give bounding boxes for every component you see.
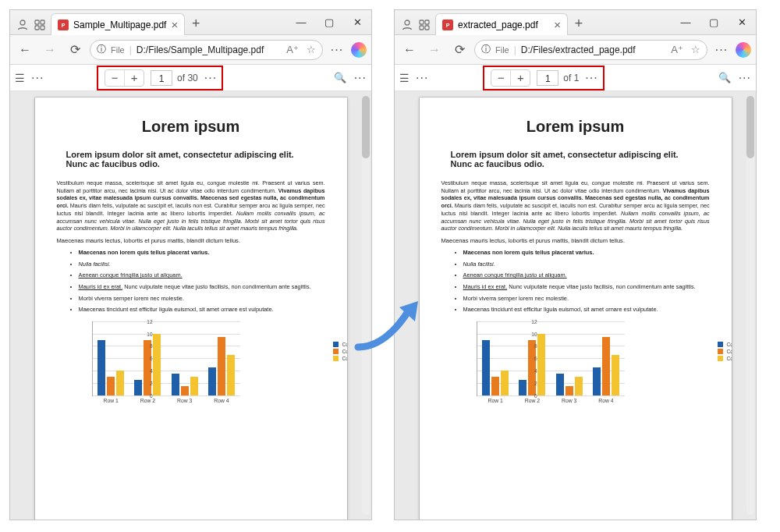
titlebar: P Sample_Multipage.pdf × + — ▢ ✕ (10, 10, 371, 35)
maximize-button[interactable]: ▢ (315, 10, 343, 34)
reload-button[interactable]: ⟳ (449, 42, 470, 57)
file-label: File (495, 45, 509, 55)
back-button[interactable]: ← (15, 43, 35, 57)
svg-rect-9 (425, 20, 429, 24)
list-item: Mauris id ex erat. Nunc vulputate neque … (79, 283, 325, 291)
tab-active[interactable]: P extracted_page.pdf × (435, 13, 568, 35)
pdf-page: Lorem ipsum Lorem ipsum dolor sit amet, … (420, 98, 732, 520)
copilot-icon[interactable] (736, 42, 751, 58)
minimize-button[interactable]: — (287, 10, 315, 34)
list-intro: Maecenas mauris lectus, lobortis et puru… (441, 237, 710, 244)
workspaces-icon[interactable] (418, 19, 431, 31)
pdf-toolbar-more-center[interactable]: ··· (204, 71, 217, 85)
list-item: Morbi viverra semper lorem nec molestie. (79, 295, 325, 303)
page-total: of 30 (177, 73, 198, 83)
url-text: D:/Files/extracted_page.pdf (521, 44, 663, 55)
read-aloud-icon[interactable]: A⁺ (671, 44, 683, 55)
url-text: D:/Files/Sample_Multipage.pdf (136, 44, 278, 55)
forward-button: → (40, 43, 60, 57)
list-item: Maecenas tincidunt est efficitur ligula … (463, 306, 710, 314)
pdf-toolbar-more-center[interactable]: ··· (585, 71, 597, 85)
page-control: 1 of 1 (537, 70, 579, 86)
pdf-toolbar: ☰ ··· − + 1 of 1 ··· 🔍 ··· (395, 65, 756, 91)
page-current-input[interactable]: 1 (537, 70, 558, 86)
page-title: Lorem ipsum (57, 118, 325, 136)
svg-point-7 (405, 20, 410, 25)
svg-rect-3 (35, 26, 39, 30)
svg-rect-4 (41, 26, 44, 30)
bar-chart: Row 1Row 2Row 3Row 4 Column 1Column 2Col… (78, 321, 304, 396)
zoom-control: − + (105, 69, 144, 87)
tab-active[interactable]: P Sample_Multipage.pdf × (51, 13, 185, 35)
search-icon[interactable]: 🔍 (718, 72, 731, 83)
more-button[interactable]: ··· (712, 43, 731, 57)
pdf-toolbar-more-left[interactable]: ··· (31, 71, 44, 85)
zoom-out-button[interactable]: − (105, 71, 124, 84)
pdf-toolbar-more-left[interactable]: ··· (416, 71, 428, 85)
pdf-viewer[interactable]: Lorem ipsum Lorem ipsum dolor sit amet, … (10, 91, 371, 520)
zoom-in-button[interactable]: + (511, 71, 530, 84)
bullet-list: Maecenas non lorem quis tellus placerat … (57, 249, 325, 314)
list-item: Nulla facilisi. (463, 261, 710, 268)
pdf-viewer[interactable]: Lorem ipsum Lorem ipsum dolor sit amet, … (395, 91, 756, 520)
pdf-toolbar-more-right[interactable]: ··· (739, 71, 751, 85)
list-item: Maecenas tincidunt est efficitur ligula … (79, 306, 325, 314)
info-icon[interactable]: ⓘ (481, 43, 491, 56)
address-bar: ← → ⟳ ⓘ File | D:/Files/Sample_Multipage… (10, 35, 371, 65)
close-window-button[interactable]: ✕ (728, 10, 756, 34)
scrollbar-track (746, 96, 754, 515)
copilot-icon[interactable] (351, 42, 367, 58)
list-intro: Maecenas mauris lectus, lobortis et puru… (57, 237, 325, 244)
address-bar: ← → ⟳ ⓘ File | D:/Files/extracted_page.p… (395, 35, 756, 65)
zoom-in-button[interactable]: + (125, 71, 144, 84)
workspaces-icon[interactable] (34, 19, 46, 31)
list-item: Aenean congue fringilla justo ut aliquam… (79, 271, 325, 279)
page-current-input[interactable]: 1 (151, 70, 172, 86)
list-item: Morbi viverra semper lorem nec molestie. (463, 295, 710, 303)
pdf-icon: P (58, 20, 69, 30)
svg-rect-8 (420, 20, 424, 24)
titlebar: P extracted_page.pdf × + — ▢ ✕ (395, 10, 756, 35)
svg-rect-11 (425, 26, 429, 30)
scrollbar-thumb[interactable] (362, 96, 370, 158)
more-button[interactable]: ··· (328, 43, 346, 57)
paragraph: Vestibulum neque massa, scelerisque sit … (441, 179, 710, 232)
reload-button[interactable]: ⟳ (65, 42, 85, 57)
read-aloud-icon[interactable]: A⁺ (286, 44, 299, 55)
zoom-out-button[interactable]: − (491, 71, 510, 84)
list-item: Aenean congue fringilla justo ut aliquam… (463, 271, 710, 279)
bullet-list: Maecenas non lorem quis tellus placerat … (441, 249, 710, 314)
url-field[interactable]: ⓘ File | D:/Files/extracted_page.pdf A⁺ … (474, 40, 707, 60)
pdf-page: Lorem ipsum Lorem ipsum dolor sit amet, … (35, 98, 347, 520)
pdf-toolbar: ☰ ··· − + 1 of 30 ··· 🔍 ··· (10, 65, 371, 91)
minimize-button[interactable]: — (672, 10, 700, 34)
info-icon[interactable]: ⓘ (97, 43, 106, 56)
close-tab-icon[interactable]: × (554, 19, 561, 30)
browser-window-left: P Sample_Multipage.pdf × + — ▢ ✕ ← → ⟳ ⓘ… (9, 9, 372, 520)
favorite-icon[interactable]: ☆ (691, 44, 700, 55)
svg-rect-10 (420, 26, 424, 30)
svg-point-0 (20, 20, 25, 25)
maximize-button[interactable]: ▢ (700, 10, 728, 34)
contents-icon[interactable]: ☰ (15, 72, 25, 84)
close-tab-icon[interactable]: × (171, 19, 178, 30)
profile-icon[interactable] (401, 19, 413, 31)
scrollbar-thumb[interactable] (746, 96, 754, 158)
contents-icon[interactable]: ☰ (399, 72, 410, 84)
svg-text:P: P (62, 23, 66, 28)
url-field[interactable]: ⓘ File | D:/Files/Sample_Multipage.pdf A… (90, 40, 323, 60)
zoom-control: − + (491, 69, 530, 87)
pdf-toolbar-more-right[interactable]: ··· (354, 71, 367, 85)
file-label: File (111, 45, 125, 55)
tab-title: Sample_Multipage.pdf (73, 20, 166, 30)
close-window-button[interactable]: ✕ (343, 10, 371, 34)
new-tab-button[interactable]: + (185, 16, 207, 34)
profile-icon[interactable] (16, 19, 29, 31)
browser-window-right: P extracted_page.pdf × + — ▢ ✕ ← → ⟳ ⓘ F… (394, 9, 757, 520)
back-button[interactable]: ← (399, 43, 420, 57)
bar-chart: Row 1Row 2Row 3Row 4 Column 1Column 2Col… (463, 321, 689, 396)
favorite-icon[interactable]: ☆ (307, 44, 316, 55)
search-icon[interactable]: 🔍 (334, 72, 346, 83)
new-tab-button[interactable]: + (568, 16, 590, 34)
pdf-icon: P (442, 20, 453, 30)
